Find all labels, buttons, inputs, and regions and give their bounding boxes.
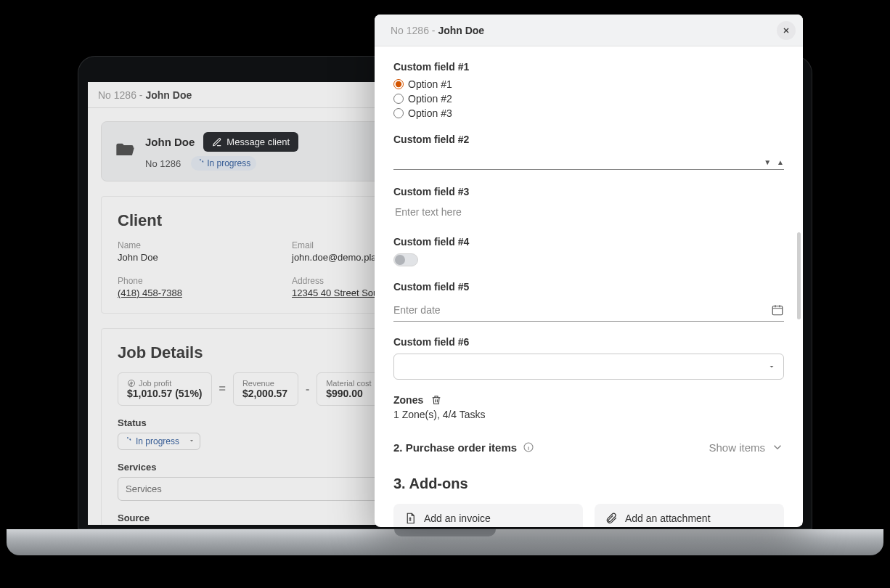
- cf4-toggle[interactable]: [393, 253, 418, 266]
- calendar-icon: [771, 303, 784, 317]
- chevron-down-icon: [771, 441, 784, 454]
- cf5-placeholder: Enter date: [393, 304, 441, 316]
- cf1-radio-2[interactable]: [393, 94, 404, 104]
- info-icon[interactable]: [523, 441, 534, 453]
- panel-title-name: John Doe: [438, 25, 484, 36]
- cf1-option-2-label: Option #2: [408, 93, 452, 105]
- close-panel-button[interactable]: [777, 21, 796, 40]
- cf1-option-1-label: Option #1: [408, 78, 452, 90]
- cf3-input[interactable]: [393, 203, 784, 221]
- add-attachment-label: Add an attachment: [625, 513, 711, 524]
- add-attachment-button[interactable]: Add an attachment: [595, 504, 784, 527]
- cf6-label: Custom field #6: [393, 336, 784, 348]
- custom-field-2: Custom field #2 ▼ ▲: [393, 134, 784, 170]
- cf2-label: Custom field #2: [393, 134, 784, 145]
- cf5-label: Custom field #5: [393, 281, 784, 293]
- svg-rect-1: [772, 306, 783, 314]
- trash-icon[interactable]: [430, 394, 442, 406]
- cf1-radio-3[interactable]: [393, 108, 404, 118]
- custom-field-6: Custom field #6: [393, 336, 784, 380]
- custom-field-4: Custom field #4: [393, 236, 784, 266]
- add-invoice-button[interactable]: Add an invoice: [393, 504, 583, 527]
- panel-header: No 1286 - John Doe: [375, 15, 803, 46]
- stepper-down-icon[interactable]: ▼: [764, 158, 771, 166]
- close-icon: [782, 26, 791, 35]
- cf2-input[interactable]: ▼ ▲: [393, 151, 784, 170]
- cf1-radio-1[interactable]: [393, 79, 404, 89]
- cf1-option-1[interactable]: Option #1: [393, 78, 784, 90]
- custom-field-1: Custom field #1 Option #1 Option #2 Opti…: [393, 61, 784, 119]
- add-invoice-label: Add an invoice: [424, 513, 491, 524]
- po-label: 2. Purchase order items: [393, 441, 517, 454]
- zones-header: Zones: [393, 394, 784, 406]
- cf4-label: Custom field #4: [393, 236, 784, 248]
- cf1-option-3[interactable]: Option #3: [393, 107, 784, 119]
- zones-label: Zones: [393, 394, 423, 406]
- show-items-toggle[interactable]: Show items: [709, 441, 784, 454]
- custom-field-3: Custom field #3: [393, 186, 784, 221]
- job-detail-panel: No 1286 - John Doe Custom field #1 Optio…: [375, 15, 803, 527]
- attachment-icon: [605, 512, 618, 525]
- stepper-up-icon[interactable]: ▲: [777, 158, 784, 166]
- scrollbar-thumb[interactable]: [797, 232, 801, 319]
- cf1-option-2[interactable]: Option #2: [393, 93, 784, 105]
- show-items-label: Show items: [709, 441, 765, 454]
- addons-title: 3. Add-ons: [393, 475, 784, 492]
- zones-summary: 1 Zone(s), 4/4 Tasks: [393, 409, 784, 420]
- chevron-down-icon: [767, 362, 776, 371]
- cf6-dropdown[interactable]: [393, 354, 784, 380]
- purchase-order-section: 2. Purchase order items Show items: [393, 441, 784, 454]
- cf1-label: Custom field #1: [393, 61, 784, 73]
- custom-field-5: Custom field #5 Enter date: [393, 281, 784, 322]
- cf1-option-3-label: Option #3: [408, 107, 452, 119]
- panel-title-prefix: No 1286 -: [391, 25, 435, 36]
- laptop-notch: [394, 529, 496, 536]
- invoice-icon: [404, 512, 417, 525]
- cf5-date-input[interactable]: Enter date: [393, 298, 784, 322]
- cf3-label: Custom field #3: [393, 186, 784, 197]
